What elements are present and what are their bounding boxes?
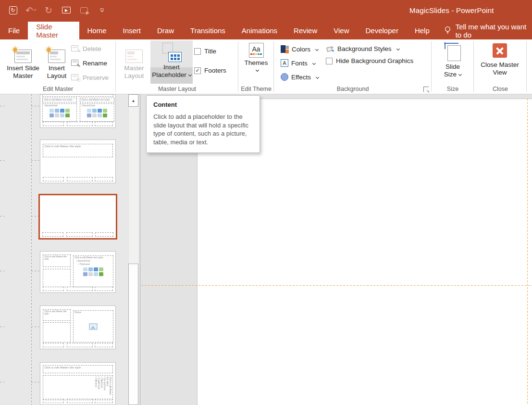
customize-quick-access-toolbar-icon[interactable] — [97, 4, 107, 16]
group-size: Slide Size Size — [432, 39, 474, 94]
chevron-down-icon — [188, 73, 192, 76]
footers-checkbox-row[interactable]: ✓ Footers — [194, 67, 226, 74]
master-layout-label: Master Layout — [120, 64, 148, 80]
footer-placeholders — [42, 232, 113, 237]
chevron-down-icon — [256, 68, 259, 72]
save-icon[interactable]: ↻ — [8, 4, 18, 16]
tell-me-box[interactable]: Tell me what you want to do — [445, 22, 532, 39]
fonts-icon: A — [281, 59, 288, 67]
quick-access-toolbar: ↻ ↶ ↻ ▶ — [8, 3, 107, 17]
themes-button[interactable]: Aa Themes — [241, 43, 272, 71]
preserve-icon: ☉ — [71, 74, 80, 81]
rename-label: Rename — [83, 60, 107, 67]
group-edit-theme: Aa Themes Edit Theme — [238, 39, 274, 94]
colors-button[interactable]: Colors — [281, 44, 318, 54]
tab-file[interactable]: File — [0, 22, 28, 39]
window-title: MagicSlides - PowerPoint — [409, 6, 494, 14]
rename-icon: ✎ — [71, 60, 80, 67]
picture-placeholder-icon — [89, 323, 98, 329]
content-tooltip: Content Click to add a placeholder to th… — [146, 95, 260, 153]
chevron-down-icon — [458, 73, 462, 76]
tab-help[interactable]: Help — [407, 22, 438, 39]
ribbon: Insert Slide Master Insert Layout × Dele… — [0, 39, 532, 94]
fonts-label: Fonts — [291, 60, 308, 67]
tab-slide-master[interactable]: Slide Master — [28, 22, 79, 39]
group-close: Close Master View Close — [474, 39, 527, 94]
content-icons-cluster — [81, 267, 106, 276]
thumbnail-two-content-layout[interactable]: Click to edit Master text styles Click t… — [40, 94, 116, 128]
tab-insert[interactable]: Insert — [115, 22, 149, 39]
ribbon-tab-bar: File Slide Master Home Insert Draw Trans… — [0, 22, 532, 39]
scroll-up-button[interactable]: ▲ — [128, 94, 138, 107]
hide-background-graphics-row[interactable]: Hide Background Graphics — [326, 57, 413, 64]
tab-view[interactable]: View — [325, 22, 357, 39]
preserve-label: Preserve — [83, 74, 109, 81]
vertical-guide-line[interactable] — [527, 99, 528, 405]
background-styles-button[interactable]: Background Styles — [326, 43, 399, 54]
group-label-master-layout: Master Layout — [116, 86, 238, 92]
powerpoint-window: ↻ ↶ ↻ ▶ MagicSlides - PowerPoint File Sl… — [0, 0, 532, 405]
rename-button[interactable]: ✎ Rename — [71, 58, 107, 68]
comment-forward-icon[interactable] — [79, 4, 89, 16]
group-edit-master: Insert Slide Master Insert Layout × Dele… — [0, 39, 116, 94]
content-icons-cluster — [85, 109, 110, 117]
footers-checkbox-label: Footers — [204, 67, 226, 74]
close-master-view-button[interactable]: Close Master View — [478, 43, 522, 76]
delete-icon: × — [71, 45, 80, 52]
content-icons-cluster — [47, 109, 72, 117]
thumbnail-title-only-layout[interactable]: Click to edit Master title style — [40, 139, 116, 183]
thumbnail-blank-layout-selected[interactable] — [38, 194, 117, 240]
footer-placeholders — [43, 343, 113, 347]
effects-icon — [281, 73, 288, 81]
effects-button[interactable]: Effects — [281, 72, 319, 82]
tooltip-title: Content — [153, 101, 253, 108]
chevron-down-icon — [396, 47, 400, 50]
thumbnail-picture-layout[interactable]: Click to edit Master title style Picture — [40, 305, 116, 349]
tab-developer[interactable]: Developer — [358, 22, 407, 39]
slide-size-button[interactable]: Slide Size — [440, 42, 465, 78]
insert-slide-master-label: Insert Slide Master — [4, 64, 42, 80]
tab-draw[interactable]: Draw — [149, 22, 182, 39]
group-label-edit-master: Edit Master — [0, 86, 116, 92]
tab-animations[interactable]: Animations — [234, 22, 285, 39]
master-layout-icon — [123, 42, 145, 63]
colors-label: Colors — [292, 46, 310, 53]
footer-placeholders — [43, 122, 113, 126]
title-checkbox[interactable] — [194, 48, 201, 55]
title-checkbox-row[interactable]: Title — [194, 48, 216, 55]
footers-checkbox[interactable]: ✓ — [194, 67, 201, 74]
footer-placeholders — [43, 177, 113, 181]
title-bar: ↻ ↶ ↻ ▶ MagicSlides - PowerPoint — [0, 0, 532, 22]
tab-home[interactable]: Home — [79, 22, 115, 39]
fonts-button[interactable]: A Fonts — [281, 58, 315, 68]
insert-placeholder-button[interactable]: Insert Placeholder — [150, 40, 193, 84]
hide-background-graphics-checkbox[interactable] — [326, 58, 333, 64]
group-label-close: Close — [474, 86, 527, 92]
insert-layout-button[interactable]: Insert Layout — [44, 42, 69, 80]
title-checkbox-label: Title — [204, 48, 216, 55]
redo-icon[interactable]: ↻ — [43, 4, 54, 16]
tab-review[interactable]: Review — [285, 22, 325, 39]
thumbnail-title-and-content-layout[interactable]: Click to edit Master title style Click t… — [40, 251, 116, 293]
group-label-edit-theme: Edit Theme — [238, 86, 274, 92]
insert-slide-master-button[interactable]: Insert Slide Master — [4, 42, 42, 80]
footer-placeholders — [43, 399, 113, 403]
chevron-down-icon — [315, 47, 319, 51]
tab-transitions[interactable]: Transitions — [182, 22, 234, 39]
themes-label: Themes — [245, 59, 268, 67]
horizontal-guide-line[interactable] — [141, 285, 532, 286]
insert-layout-icon — [46, 42, 68, 63]
delete-label: Delete — [83, 45, 101, 52]
delete-button: × Delete — [71, 43, 101, 54]
start-slideshow-icon[interactable]: ▶ — [61, 4, 72, 16]
themes-icon: Aa — [249, 43, 264, 58]
tell-me-label: Tell me what you want to do — [456, 23, 532, 39]
effects-label: Effects — [291, 74, 311, 81]
slide-size-label: Slide Size — [444, 63, 460, 78]
group-label-size: Size — [432, 86, 474, 92]
thumbnails-scrollbar-thumb[interactable] — [128, 264, 138, 405]
undo-icon[interactable]: ↶ — [25, 4, 36, 16]
thumbnail-vertical-text-layout[interactable]: Click to edit Master title style Click t… — [40, 362, 116, 405]
background-dialog-launcher-icon[interactable] — [423, 87, 429, 92]
group-background: Colors A Fonts Effects Background Styles — [274, 39, 432, 94]
